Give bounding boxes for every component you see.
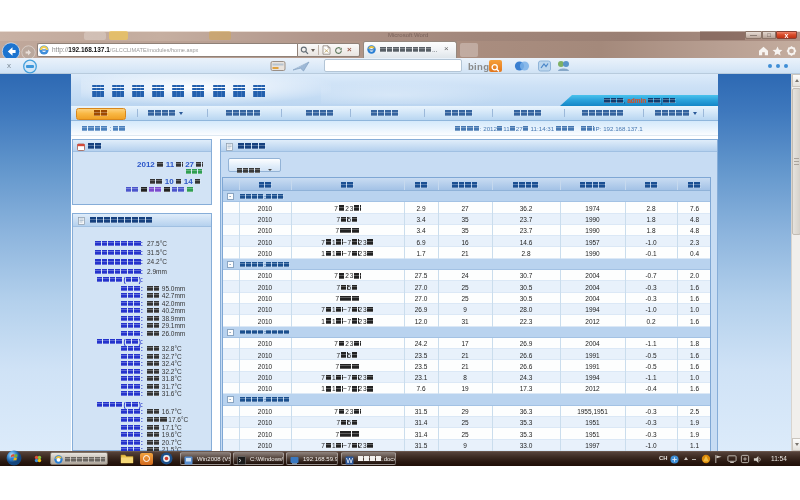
svg-text:W: W xyxy=(346,457,353,464)
